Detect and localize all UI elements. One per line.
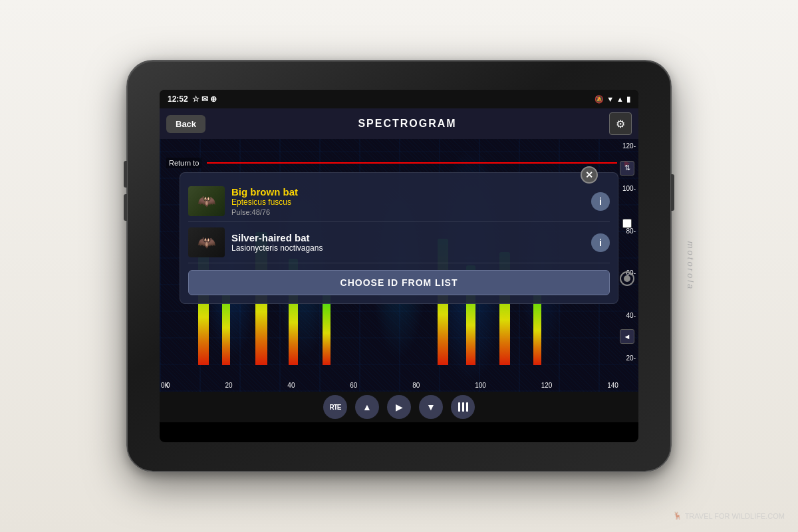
status-left: 12:52 ☆ ✉ ⊕ bbox=[168, 94, 217, 104]
rte-button[interactable]: RTE bbox=[323, 395, 347, 419]
brand-label: motorola bbox=[686, 241, 696, 291]
volume-up-button[interactable] bbox=[124, 161, 127, 188]
wifi-icon: ▼ bbox=[606, 95, 614, 103]
right-toolbar: ⇅ ◄ bbox=[618, 139, 636, 365]
signal-icon: ▲ bbox=[616, 95, 624, 103]
power-button[interactable] bbox=[671, 174, 674, 211]
x-label-40: 40 bbox=[287, 382, 295, 389]
mute-icon: 🔕 bbox=[595, 95, 604, 104]
bat-2-info-button[interactable]: i bbox=[591, 233, 610, 252]
status-bar: 12:52 ☆ ✉ ⊕ 🔕 ▼ ▲ ▮ bbox=[160, 90, 638, 108]
play-button[interactable]: ▶ bbox=[387, 395, 411, 419]
return-text: Return to bbox=[166, 158, 201, 168]
bat-1-thumbnail: 🦇 bbox=[188, 186, 225, 216]
record-dot bbox=[624, 275, 630, 282]
watermark: 🦌 TRAVEL FOR WILDLIFE.COM bbox=[673, 511, 785, 520]
watermark-icon: 🦌 bbox=[673, 511, 682, 520]
adjust-icon[interactable]: ⇅ bbox=[620, 161, 634, 176]
x-axis: 0 20 40 60 80 100 120 140 bbox=[166, 382, 618, 389]
pause-icon bbox=[458, 402, 468, 412]
x-label-20: 20 bbox=[225, 382, 232, 389]
photo-background: motorola 12:52 ☆ ✉ ⊕ 🔕 ▼ ▲ ▮ Back bbox=[0, 0, 798, 532]
bat-1-species: Eptesicus fuscus bbox=[231, 198, 585, 207]
volume-down-button[interactable] bbox=[124, 194, 127, 221]
bat-2-info: Silver-haired bat Lasionycteris noctivag… bbox=[231, 232, 585, 253]
phone-device: motorola 12:52 ☆ ✉ ⊕ 🔕 ▼ ▲ ▮ Back bbox=[126, 60, 672, 472]
status-right: 🔕 ▼ ▲ ▮ bbox=[595, 95, 630, 104]
spectrogram-area: Return to ► ✕ 🦇 Big brown bat bbox=[160, 139, 638, 392]
settings-button[interactable]: ⚙ bbox=[609, 112, 632, 135]
close-button[interactable]: ✕ bbox=[581, 166, 598, 184]
down-button[interactable]: ▼ bbox=[419, 395, 443, 419]
white-square-icon[interactable] bbox=[622, 219, 632, 228]
watermark-text: TRAVEL FOR WILDLIFE.COM bbox=[685, 512, 785, 520]
up-button[interactable]: ▲ bbox=[355, 395, 379, 419]
choose-id-button[interactable]: CHOOSE ID FROM LIST bbox=[188, 270, 610, 295]
bat-1-name: Big brown bat bbox=[231, 186, 585, 198]
bat-2-name: Silver-haired bat bbox=[231, 232, 585, 243]
bat-entry-1[interactable]: 🦇 Big brown bat Eptesicus fuscus Pulse:4… bbox=[188, 181, 610, 222]
battery-icon: ▮ bbox=[626, 95, 630, 104]
bat-1-info-button[interactable]: i bbox=[591, 192, 610, 211]
x-label-140: 140 bbox=[607, 382, 618, 389]
back-button[interactable]: Back bbox=[166, 115, 205, 133]
return-line: Return to ► bbox=[160, 158, 638, 168]
bat-2-species: Lasionycteris noctivagans bbox=[231, 243, 585, 253]
x-label-120: 120 bbox=[541, 382, 553, 389]
x-label-80: 80 bbox=[412, 382, 420, 389]
phone-screen: 12:52 ☆ ✉ ⊕ 🔕 ▼ ▲ ▮ Back SPECTROGRAM ⚙ bbox=[160, 90, 638, 442]
bat-entry-2[interactable]: 🦇 Silver-haired bat Lasionycteris noctiv… bbox=[188, 222, 610, 263]
x-label-60: 60 bbox=[350, 382, 357, 389]
red-line bbox=[207, 162, 617, 164]
bat-2-image: 🦇 bbox=[188, 227, 225, 257]
bat-1-info: Big brown bat Eptesicus fuscus Pulse:48/… bbox=[231, 186, 585, 216]
bat-1-image: 🦇 bbox=[188, 186, 225, 216]
bat-1-pulse: Pulse:48/76 bbox=[231, 208, 585, 216]
status-time: 12:52 bbox=[168, 94, 188, 104]
record-button[interactable] bbox=[620, 271, 634, 286]
app-header: Back SPECTROGRAM ⚙ bbox=[160, 108, 638, 139]
id-popup: ✕ 🦇 Big brown bat Eptesicus fuscus Pulse… bbox=[180, 172, 618, 304]
back-arrow-icon[interactable]: ◄ bbox=[620, 329, 634, 344]
app-title: SPECTROGRAM bbox=[358, 118, 456, 130]
status-notifications: ☆ ✉ ⊕ bbox=[192, 94, 217, 104]
x-label-100: 100 bbox=[475, 382, 486, 389]
x-unit-label: 0K bbox=[161, 382, 169, 389]
pause-button[interactable] bbox=[451, 395, 475, 419]
bat-2-thumbnail: 🦇 bbox=[188, 227, 225, 257]
bottom-controls: RTE ▲ ▶ ▼ bbox=[160, 392, 638, 422]
